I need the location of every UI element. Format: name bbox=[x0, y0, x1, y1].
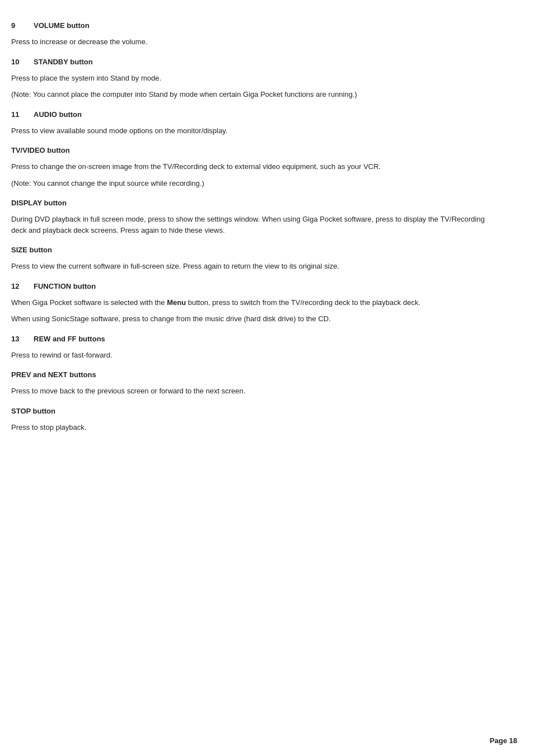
size-text: Press to view the current software in fu… bbox=[11, 261, 487, 272]
section-rew-ff: 13 REW and FF buttons Press to rewind or… bbox=[11, 335, 487, 361]
section-tv-video: TV/VIDEO button Press to change the on-s… bbox=[11, 146, 487, 189]
display-text: During DVD playback in full screen mode,… bbox=[11, 214, 487, 236]
section-prev-next: PREV and NEXT buttons Press to move back… bbox=[11, 370, 487, 397]
rew-ff-title: REW and FF buttons bbox=[34, 335, 105, 343]
section-size: SIZE button Press to view the current so… bbox=[11, 246, 487, 272]
section-standby: 10 STANDBY button Press to place the sys… bbox=[11, 58, 487, 100]
volume-heading: 9 VOLUME button bbox=[11, 21, 487, 30]
audio-heading: 11 AUDIO button bbox=[11, 110, 487, 119]
audio-text: Press to view available sound mode optio… bbox=[11, 125, 487, 137]
page-content: 9 VOLUME button Press to increase or dec… bbox=[0, 0, 515, 472]
menu-bold: Menu bbox=[167, 298, 186, 307]
rew-ff-heading: 13 REW and FF buttons bbox=[11, 335, 487, 343]
volume-text: Press to increase or decrease the volume… bbox=[11, 36, 487, 48]
standby-number: 10 bbox=[11, 58, 34, 66]
prev-next-heading: PREV and NEXT buttons bbox=[11, 370, 487, 379]
function-heading: 12 FUNCTION button bbox=[11, 282, 487, 290]
section-display: DISPLAY button During DVD playback in fu… bbox=[11, 199, 487, 236]
rew-ff-text: Press to rewind or fast-forward. bbox=[11, 350, 487, 361]
stop-text: Press to stop playback. bbox=[11, 422, 487, 433]
tv-video-text: Press to change the on-screen image from… bbox=[11, 161, 487, 172]
size-heading: SIZE button bbox=[11, 246, 487, 254]
stop-heading: STOP button bbox=[11, 407, 487, 415]
audio-title: AUDIO button bbox=[34, 110, 82, 119]
section-function: 12 FUNCTION button When Giga Pocket soft… bbox=[11, 282, 487, 325]
volume-number: 9 bbox=[11, 21, 34, 30]
audio-number: 11 bbox=[11, 110, 34, 119]
standby-heading: 10 STANDBY button bbox=[11, 58, 487, 66]
prev-next-text: Press to move back to the previous scree… bbox=[11, 386, 487, 397]
function-number: 12 bbox=[11, 282, 34, 290]
function-text-2: When using SonicStage software, press to… bbox=[11, 313, 487, 325]
standby-note: (Note: You cannot place the computer int… bbox=[11, 89, 487, 100]
section-audio: 11 AUDIO button Press to view available … bbox=[11, 110, 487, 137]
rew-ff-number: 13 bbox=[11, 335, 34, 343]
tv-video-note: (Note: You cannot change the input sourc… bbox=[11, 178, 487, 189]
standby-title: STANDBY button bbox=[34, 58, 93, 66]
tv-video-heading: TV/VIDEO button bbox=[11, 146, 487, 154]
section-volume: 9 VOLUME button Press to increase or dec… bbox=[11, 21, 487, 48]
volume-title: VOLUME button bbox=[34, 21, 90, 30]
display-heading: DISPLAY button bbox=[11, 199, 487, 207]
function-title: FUNCTION button bbox=[34, 282, 96, 290]
section-stop: STOP button Press to stop playback. bbox=[11, 407, 487, 433]
standby-text: Press to place the system into Stand by … bbox=[11, 73, 487, 84]
page-number: Page 18 bbox=[490, 736, 517, 745]
function-text-1: When Giga Pocket software is selected wi… bbox=[11, 297, 487, 308]
